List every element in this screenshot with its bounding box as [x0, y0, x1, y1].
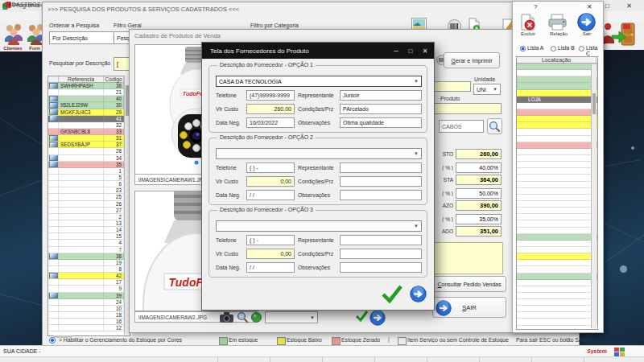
table-row[interactable] — [517, 109, 597, 116]
table-row[interactable]: 42 — [48, 273, 130, 279]
price-value-field[interactable]: 260,00 — [456, 149, 502, 159]
maximize-icon[interactable]: □ — [605, 2, 609, 10]
table-row[interactable] — [517, 142, 597, 149]
consultar-pedido-button[interactable]: Consultar Pedido Vendas — [432, 276, 506, 292]
table-row[interactable] — [517, 253, 597, 260]
table-row[interactable] — [517, 214, 597, 220]
table-row[interactable] — [517, 299, 597, 306]
price-value-field[interactable]: 364,00 — [456, 175, 502, 185]
table-row[interactable] — [517, 64, 597, 70]
price-value-field[interactable]: 351,00 — [456, 226, 502, 237]
fornecedor-select[interactable]: ▼ — [216, 148, 422, 159]
table-row[interactable] — [517, 220, 597, 227]
table-row[interactable]: 17 — [48, 279, 130, 286]
search-small-icon[interactable] — [237, 311, 249, 323]
table-row[interactable]: 13 — [48, 220, 130, 227]
maximize-icon[interactable]: □ — [403, 47, 418, 55]
table-row[interactable]: 6 — [48, 181, 130, 187]
table-row[interactable]: MGKFJU4C329 — [48, 109, 130, 116]
close-icon[interactable]: ✕ — [418, 47, 432, 55]
table-row[interactable]: 41 — [48, 116, 130, 122]
table-row[interactable]: 4 — [48, 240, 130, 246]
table-row[interactable] — [517, 266, 597, 273]
table-row[interactable]: 7 — [48, 247, 130, 253]
representante-field[interactable] — [340, 235, 422, 245]
table-row[interactable] — [517, 228, 597, 234]
table-row[interactable] — [517, 168, 597, 175]
table-row[interactable]: 32 — [48, 122, 130, 129]
condicoes-field[interactable] — [340, 249, 422, 259]
table-row[interactable] — [517, 129, 597, 135]
arrow-small-button[interactable] — [369, 310, 386, 326]
table-row[interactable] — [517, 234, 597, 241]
excluir-icon[interactable] — [519, 14, 537, 31]
check-small-icon[interactable] — [355, 309, 369, 323]
condicoes-field[interactable]: PArcelado — [340, 104, 422, 114]
representante-field[interactable] — [340, 162, 422, 173]
notes-yellow-area[interactable] — [432, 242, 503, 274]
observacoes-field[interactable] — [340, 190, 422, 200]
table-row[interactable]: 28 — [48, 148, 130, 154]
table-row[interactable] — [517, 201, 597, 208]
relacao-icon[interactable] — [548, 14, 568, 31]
close-icon[interactable]: ✕ — [587, 3, 592, 10]
table-row[interactable]: GKSN8CBL833 — [48, 129, 130, 135]
table-row[interactable]: 27 — [48, 208, 130, 214]
table-row[interactable] — [517, 149, 597, 155]
table-row[interactable]: 18 — [48, 312, 130, 319]
image-option-select[interactable]: ▼ — [265, 311, 318, 323]
observacoes-field[interactable]: Otima qualidade — [340, 117, 422, 128]
table-row[interactable] — [517, 280, 597, 286]
menu-item-cadastros[interactable]: CADASTROS — [3, 1, 41, 8]
table-row[interactable]: 15 — [48, 233, 130, 240]
vlr-custo-field[interactable]: 0,00 — [246, 249, 295, 259]
table-row[interactable]: 31 — [48, 135, 130, 142]
table-row[interactable] — [517, 274, 597, 280]
telefone-field[interactable]: ( ) - — [246, 235, 295, 245]
table-row[interactable]: 952LEJ29W30 — [48, 102, 130, 109]
table-row[interactable]: 19 — [48, 260, 130, 266]
table-row[interactable] — [517, 136, 597, 142]
close-icon[interactable]: ✕ — [626, 2, 632, 10]
table-row[interactable]: 24 — [48, 299, 130, 306]
table-row[interactable]: 12 — [48, 325, 130, 331]
table-row[interactable] — [517, 90, 597, 97]
lista-c-radio[interactable] — [579, 46, 584, 51]
next-arrow-button[interactable] — [410, 286, 427, 302]
table-row[interactable] — [517, 188, 597, 195]
sair-toolbar-icon[interactable] — [577, 13, 596, 31]
clientes-icon[interactable] — [3, 23, 24, 45]
representante-field[interactable]: Junioir — [340, 90, 422, 101]
camera-icon[interactable] — [220, 312, 233, 323]
table-row[interactable] — [517, 260, 597, 266]
price-value-field[interactable]: 35,00% — [456, 214, 502, 224]
table-row[interactable]: 26 — [48, 201, 130, 208]
table-row[interactable]: 2 — [48, 214, 130, 220]
table-row[interactable]: LOJA — [517, 97, 597, 103]
table-row[interactable]: 25 — [48, 194, 130, 200]
data-neg-field[interactable]: / / — [246, 262, 295, 273]
table-row[interactable]: 40 — [48, 96, 130, 102]
exit-door-icon[interactable] — [610, 21, 638, 48]
table-row[interactable] — [517, 293, 597, 299]
minimize-icon[interactable]: ─ — [389, 47, 403, 55]
table-row[interactable]: 10 — [48, 306, 130, 312]
table-row[interactable] — [517, 175, 597, 181]
table-row[interactable] — [517, 247, 597, 253]
table-row[interactable]: 16 — [48, 319, 130, 325]
table-row[interactable] — [517, 241, 597, 247]
table-row[interactable]: 8 — [48, 266, 130, 273]
condicoes-field[interactable] — [340, 176, 422, 187]
unidade-select[interactable]: UNI▼ — [473, 84, 501, 95]
table-row[interactable] — [517, 195, 597, 201]
table-row[interactable]: 38 — [48, 253, 130, 260]
table-row[interactable]: 14 — [48, 227, 130, 233]
table-row[interactable]: SWHRHPASH36 — [48, 83, 130, 89]
table-row[interactable] — [517, 306, 597, 312]
field-yellow-1[interactable] — [432, 81, 471, 92]
table-row[interactable] — [517, 312, 597, 319]
table-row[interactable]: 35 — [48, 162, 130, 168]
data-neg-field[interactable]: / / — [246, 190, 295, 200]
table-row[interactable] — [517, 208, 597, 214]
observacoes-field[interactable] — [340, 262, 422, 273]
